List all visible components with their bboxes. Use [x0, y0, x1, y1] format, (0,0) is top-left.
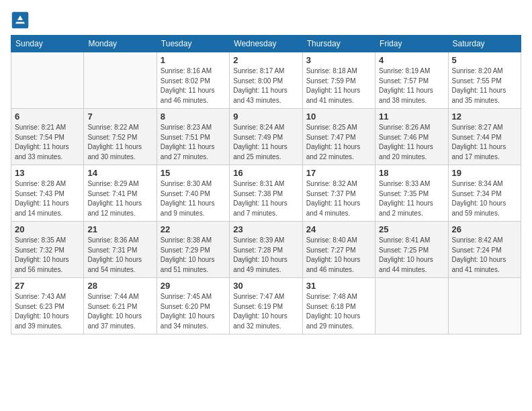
- day-info: Sunrise: 8:41 AM Sunset: 7:25 PM Dayligh…: [379, 236, 444, 275]
- day-number: 1: [161, 55, 226, 65]
- calendar-cell: 16Sunrise: 8:31 AM Sunset: 7:38 PM Dayli…: [230, 165, 302, 222]
- calendar-week-row: 1Sunrise: 8:16 AM Sunset: 8:02 PM Daylig…: [11, 52, 521, 109]
- day-number: 26: [452, 224, 517, 234]
- calendar-cell: 6Sunrise: 8:21 AM Sunset: 7:54 PM Daylig…: [11, 109, 84, 165]
- day-number: 7: [87, 111, 152, 122]
- day-number: 18: [379, 168, 444, 178]
- day-number: 3: [306, 55, 371, 65]
- day-number: 23: [233, 224, 298, 234]
- day-number: 12: [452, 111, 517, 122]
- day-info: Sunrise: 8:28 AM Sunset: 7:43 PM Dayligh…: [15, 179, 80, 218]
- calendar-week-row: 27Sunrise: 7:43 AM Sunset: 6:23 PM Dayli…: [11, 278, 521, 334]
- calendar-cell: [11, 52, 84, 109]
- day-info: Sunrise: 8:17 AM Sunset: 8:00 PM Dayligh…: [233, 66, 298, 105]
- day-number: 22: [161, 224, 226, 234]
- weekday-header-thursday: Thursday: [302, 36, 375, 52]
- weekday-header-row: SundayMondayTuesdayWednesdayThursdayFrid…: [11, 36, 521, 52]
- day-info: Sunrise: 8:23 AM Sunset: 7:51 PM Dayligh…: [161, 123, 226, 162]
- day-number: 31: [306, 281, 371, 291]
- day-info: Sunrise: 7:47 AM Sunset: 6:19 PM Dayligh…: [233, 292, 298, 331]
- day-number: 28: [87, 281, 152, 291]
- day-info: Sunrise: 7:44 AM Sunset: 6:21 PM Dayligh…: [87, 292, 152, 331]
- day-info: Sunrise: 8:21 AM Sunset: 7:54 PM Dayligh…: [15, 123, 80, 162]
- day-number: 15: [161, 168, 226, 178]
- calendar-cell: 25Sunrise: 8:41 AM Sunset: 7:25 PM Dayli…: [375, 222, 448, 278]
- weekday-header-friday: Friday: [375, 36, 448, 52]
- calendar-cell: 3Sunrise: 8:18 AM Sunset: 7:59 PM Daylig…: [302, 52, 375, 109]
- day-info: Sunrise: 8:31 AM Sunset: 7:38 PM Dayligh…: [233, 179, 298, 218]
- day-number: 8: [161, 111, 226, 122]
- day-info: Sunrise: 8:33 AM Sunset: 7:35 PM Dayligh…: [379, 179, 444, 218]
- logo-icon: [11, 11, 30, 30]
- calendar-cell: 28Sunrise: 7:44 AM Sunset: 6:21 PM Dayli…: [84, 278, 157, 334]
- day-number: 4: [379, 55, 444, 65]
- calendar-cell: 26Sunrise: 8:42 AM Sunset: 7:24 PM Dayli…: [448, 222, 521, 278]
- calendar-cell: 19Sunrise: 8:34 AM Sunset: 7:34 PM Dayli…: [448, 165, 521, 222]
- calendar-week-row: 6Sunrise: 8:21 AM Sunset: 7:54 PM Daylig…: [11, 109, 521, 165]
- calendar-cell: [375, 278, 448, 334]
- weekday-header-tuesday: Tuesday: [157, 36, 229, 52]
- calendar-cell: 21Sunrise: 8:36 AM Sunset: 7:31 PM Dayli…: [84, 222, 157, 278]
- day-info: Sunrise: 7:43 AM Sunset: 6:23 PM Dayligh…: [15, 292, 80, 331]
- day-info: Sunrise: 8:25 AM Sunset: 7:47 PM Dayligh…: [306, 123, 371, 162]
- calendar-cell: 14Sunrise: 8:29 AM Sunset: 7:41 PM Dayli…: [84, 165, 157, 222]
- day-number: 11: [379, 111, 444, 122]
- calendar-cell: 18Sunrise: 8:33 AM Sunset: 7:35 PM Dayli…: [375, 165, 448, 222]
- calendar-cell: 22Sunrise: 8:38 AM Sunset: 7:29 PM Dayli…: [157, 222, 229, 278]
- logo: [11, 11, 32, 30]
- day-number: 30: [233, 281, 298, 291]
- calendar-cell: 30Sunrise: 7:47 AM Sunset: 6:19 PM Dayli…: [230, 278, 302, 334]
- day-number: 16: [233, 168, 298, 178]
- day-number: 27: [15, 281, 80, 291]
- day-number: 24: [306, 224, 371, 234]
- calendar-cell: 23Sunrise: 8:39 AM Sunset: 7:28 PM Dayli…: [230, 222, 302, 278]
- weekday-header-saturday: Saturday: [448, 36, 521, 52]
- day-info: Sunrise: 7:45 AM Sunset: 6:20 PM Dayligh…: [161, 292, 226, 331]
- calendar-cell: 2Sunrise: 8:17 AM Sunset: 8:00 PM Daylig…: [230, 52, 302, 109]
- calendar-cell: 9Sunrise: 8:24 AM Sunset: 7:49 PM Daylig…: [230, 109, 302, 165]
- calendar-cell: 17Sunrise: 8:32 AM Sunset: 7:37 PM Dayli…: [302, 165, 375, 222]
- calendar-cell: 27Sunrise: 7:43 AM Sunset: 6:23 PM Dayli…: [11, 278, 84, 334]
- day-info: Sunrise: 8:34 AM Sunset: 7:34 PM Dayligh…: [452, 179, 517, 218]
- calendar-cell: 1Sunrise: 8:16 AM Sunset: 8:02 PM Daylig…: [157, 52, 229, 109]
- day-info: Sunrise: 8:18 AM Sunset: 7:59 PM Dayligh…: [306, 66, 371, 105]
- day-info: Sunrise: 8:38 AM Sunset: 7:29 PM Dayligh…: [161, 236, 226, 275]
- day-number: 19: [452, 168, 517, 178]
- calendar-week-row: 20Sunrise: 8:35 AM Sunset: 7:32 PM Dayli…: [11, 222, 521, 278]
- day-number: 6: [15, 111, 80, 122]
- weekday-header-sunday: Sunday: [11, 36, 84, 52]
- day-info: Sunrise: 8:32 AM Sunset: 7:37 PM Dayligh…: [306, 179, 371, 218]
- svg-rect-2: [17, 20, 24, 22]
- calendar-cell: 10Sunrise: 8:25 AM Sunset: 7:47 PM Dayli…: [302, 109, 375, 165]
- calendar-cell: 13Sunrise: 8:28 AM Sunset: 7:43 PM Dayli…: [11, 165, 84, 222]
- calendar-cell: 11Sunrise: 8:26 AM Sunset: 7:46 PM Dayli…: [375, 109, 448, 165]
- day-number: 9: [233, 111, 298, 122]
- day-number: 2: [233, 55, 298, 65]
- day-info: Sunrise: 8:19 AM Sunset: 7:57 PM Dayligh…: [379, 66, 444, 105]
- calendar-cell: 20Sunrise: 8:35 AM Sunset: 7:32 PM Dayli…: [11, 222, 84, 278]
- day-info: Sunrise: 8:24 AM Sunset: 7:49 PM Dayligh…: [233, 123, 298, 162]
- day-number: 25: [379, 224, 444, 234]
- day-number: 13: [15, 168, 80, 178]
- day-info: Sunrise: 8:42 AM Sunset: 7:24 PM Dayligh…: [452, 236, 517, 275]
- calendar-cell: [84, 52, 157, 109]
- day-info: Sunrise: 8:20 AM Sunset: 7:55 PM Dayligh…: [452, 66, 517, 105]
- day-info: Sunrise: 8:27 AM Sunset: 7:44 PM Dayligh…: [452, 123, 517, 162]
- page-header: [11, 11, 521, 30]
- day-info: Sunrise: 8:29 AM Sunset: 7:41 PM Dayligh…: [87, 179, 152, 218]
- day-info: Sunrise: 7:48 AM Sunset: 6:18 PM Dayligh…: [306, 292, 371, 331]
- day-info: Sunrise: 8:35 AM Sunset: 7:32 PM Dayligh…: [15, 236, 80, 275]
- day-info: Sunrise: 8:39 AM Sunset: 7:28 PM Dayligh…: [233, 236, 298, 275]
- calendar-cell: 7Sunrise: 8:22 AM Sunset: 7:52 PM Daylig…: [84, 109, 157, 165]
- calendar-week-row: 13Sunrise: 8:28 AM Sunset: 7:43 PM Dayli…: [11, 165, 521, 222]
- calendar-cell: 31Sunrise: 7:48 AM Sunset: 6:18 PM Dayli…: [302, 278, 375, 334]
- day-number: 10: [306, 111, 371, 122]
- day-number: 5: [452, 55, 517, 65]
- calendar-cell: 24Sunrise: 8:40 AM Sunset: 7:27 PM Dayli…: [302, 222, 375, 278]
- calendar-table: SundayMondayTuesdayWednesdayThursdayFrid…: [11, 35, 521, 334]
- calendar-cell: 4Sunrise: 8:19 AM Sunset: 7:57 PM Daylig…: [375, 52, 448, 109]
- day-info: Sunrise: 8:40 AM Sunset: 7:27 PM Dayligh…: [306, 236, 371, 275]
- day-info: Sunrise: 8:16 AM Sunset: 8:02 PM Dayligh…: [161, 66, 226, 105]
- day-number: 14: [87, 168, 152, 178]
- calendar-cell: 29Sunrise: 7:45 AM Sunset: 6:20 PM Dayli…: [157, 278, 229, 334]
